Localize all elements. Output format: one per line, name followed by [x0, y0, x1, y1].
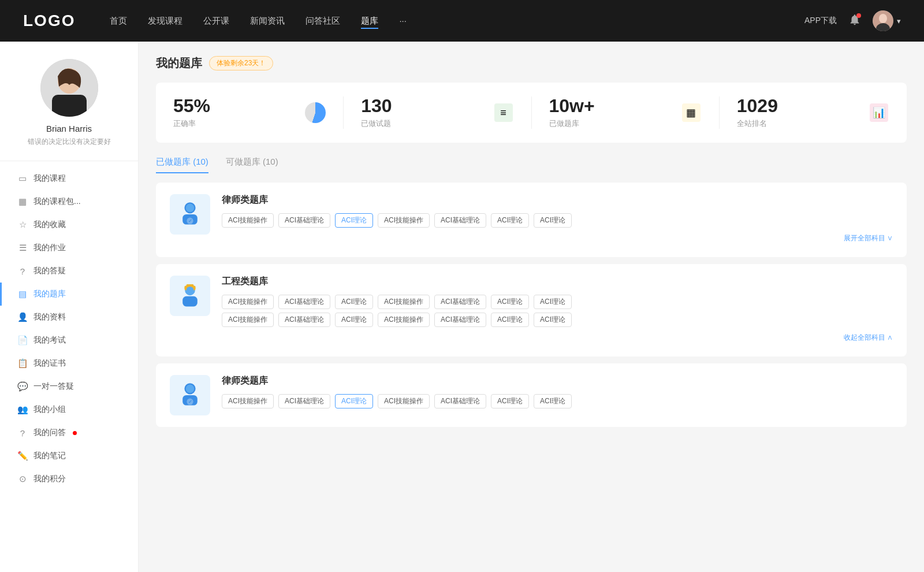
nav-qa[interactable]: 问答社区	[305, 13, 340, 29]
qbank-engineer-tags-row1: ACI技能操作 ACI基础理论 ACI理论 ACI技能操作 ACI基础理论 AC…	[222, 295, 893, 309]
eng-tag-11[interactable]: ACI技能操作	[378, 313, 430, 327]
eng-tag-6[interactable]: ACI理论	[491, 295, 529, 309]
sidebar-item-course-package[interactable]: ▦ 我的课程包...	[0, 190, 138, 213]
stat-done-questions-label: 已做试题	[361, 118, 485, 129]
tag-2[interactable]: ACI基础理论	[278, 213, 330, 228]
stat-done-questions: 130 已做试题 ≡	[344, 96, 531, 129]
nav-qbank[interactable]: 题库	[361, 13, 378, 29]
sidebar-item-profile[interactable]: 👤 我的资料	[0, 306, 138, 329]
expand-btn-lawyer-1[interactable]: 展开全部科目 ∨	[222, 231, 893, 246]
favorites-icon: ☆	[17, 220, 28, 230]
user-avatar-menu[interactable]: ▾	[873, 10, 901, 31]
nav-news[interactable]: 新闻资讯	[250, 13, 285, 29]
stats-row: 55% 正确率 130 已做试题 ≡ 10w+ 已做题库	[156, 83, 907, 143]
sidebar-item-certificate-label: 我的证书	[33, 358, 66, 369]
sidebar-item-qbank-label: 我的题库	[33, 289, 66, 299]
tab-done-banks[interactable]: 已做题库 (10)	[156, 157, 208, 173]
sidebar-menu: ▭ 我的课程 ▦ 我的课程包... ☆ 我的收藏 ☰ 我的作业 ? 我的答疑 ▤…	[0, 167, 138, 491]
nav-open-course[interactable]: 公开课	[203, 13, 229, 29]
svg-text:✓: ✓	[188, 399, 192, 404]
points-icon: ⊙	[17, 474, 28, 484]
tab-available-banks[interactable]: 可做题库 (10)	[226, 157, 278, 173]
list-icon: ≡	[494, 103, 513, 122]
sidebar-item-course[interactable]: ▭ 我的课程	[0, 167, 138, 190]
law2-tag-4[interactable]: ACI技能操作	[378, 394, 430, 408]
exam-icon: 📄	[17, 335, 28, 346]
sidebar-item-certificate[interactable]: 📋 我的证书	[0, 352, 138, 375]
group-icon: 👥	[17, 404, 28, 415]
law2-tag-3[interactable]: ACI理论	[335, 394, 373, 408]
stat-done-banks-value: 10w+	[549, 96, 673, 115]
sidebar-item-exam[interactable]: 📄 我的考试	[0, 329, 138, 352]
qbank-icon: ▤	[17, 289, 28, 299]
engineer-person-icon	[176, 282, 204, 310]
qbank-lawyer-1-body: 律师类题库 ACI技能操作 ACI基础理论 ACI理论 ACI技能操作 ACI基…	[222, 194, 893, 246]
tag-3[interactable]: ACI理论	[335, 213, 373, 228]
qbank-engineer-tags-row2: ACI技能操作 ACI基础理论 ACI理论 ACI技能操作 ACI基础理论 AC…	[222, 313, 893, 327]
eng-tag-1[interactable]: ACI技能操作	[222, 295, 274, 309]
sidebar: Brian Harris 错误的决定比没有决定要好 ▭ 我的课程 ▦ 我的课程包…	[0, 42, 139, 572]
sidebar-item-homework[interactable]: ☰ 我的作业	[0, 236, 138, 259]
profile-avatar	[40, 59, 98, 117]
notes-icon: ✏️	[17, 451, 28, 461]
sidebar-item-one-on-one-label: 一对一答疑	[33, 381, 74, 392]
page-title-row: 我的题库 体验剩余23天！	[156, 55, 907, 71]
layout: Brian Harris 错误的决定比没有决定要好 ▭ 我的课程 ▦ 我的课程包…	[0, 42, 924, 572]
eng-tag-9[interactable]: ACI基础理论	[278, 313, 330, 327]
qbank-lawyer-2-title: 律师类题库	[222, 375, 893, 387]
law2-tag-2[interactable]: ACI基础理论	[278, 394, 330, 408]
logo[interactable]: LOGO	[23, 12, 75, 30]
sidebar-item-qa[interactable]: ? 我的答疑	[0, 259, 138, 283]
eng-tag-14[interactable]: ACI理论	[534, 313, 572, 327]
eng-tag-5[interactable]: ACI基础理论	[434, 295, 486, 309]
law2-tag-6[interactable]: ACI理论	[491, 394, 529, 408]
app-download-link[interactable]: APP下载	[804, 16, 837, 26]
notification-dot	[856, 13, 861, 18]
tag-6[interactable]: ACI理论	[491, 213, 529, 228]
tag-4[interactable]: ACI技能操作	[378, 213, 430, 228]
law2-tag-1[interactable]: ACI技能操作	[222, 394, 274, 408]
law2-tag-7[interactable]: ACI理论	[534, 394, 572, 408]
law2-tag-5[interactable]: ACI基础理论	[434, 394, 486, 408]
nav-more[interactable]: ···	[399, 13, 407, 29]
svg-point-9	[186, 204, 194, 212]
eng-tag-3[interactable]: ACI理论	[335, 295, 373, 309]
done-questions-icon: ≡	[493, 102, 514, 123]
navbar-right: APP下载 ▾	[804, 10, 901, 31]
sidebar-item-qbank[interactable]: ▤ 我的题库	[0, 283, 138, 306]
sidebar-item-group-label: 我的小组	[33, 404, 66, 415]
sidebar-item-group[interactable]: 👥 我的小组	[0, 398, 138, 421]
tag-5[interactable]: ACI基础理论	[434, 213, 486, 228]
eng-tag-13[interactable]: ACI理论	[491, 313, 529, 327]
sidebar-item-notes[interactable]: ✏️ 我的笔记	[0, 444, 138, 467]
eng-tag-8[interactable]: ACI技能操作	[222, 313, 274, 327]
nav-discover[interactable]: 发现课程	[148, 13, 182, 29]
tag-1[interactable]: ACI技能操作	[222, 213, 274, 228]
sidebar-item-notes-label: 我的笔记	[33, 451, 66, 461]
eng-tag-7[interactable]: ACI理论	[534, 295, 572, 309]
eng-tag-10[interactable]: ACI理论	[335, 313, 373, 327]
page-title: 我的题库	[156, 55, 202, 71]
qbank-lawyer-1-title: 律师类题库	[222, 194, 893, 206]
sidebar-item-course-label: 我的课程	[33, 173, 66, 184]
stat-done-questions-value: 130	[361, 96, 485, 115]
sidebar-item-points[interactable]: ⊙ 我的积分	[0, 467, 138, 491]
notification-bell[interactable]	[848, 13, 861, 28]
tag-7[interactable]: ACI理论	[534, 213, 572, 228]
sidebar-item-questions[interactable]: ? 我的问答	[0, 421, 138, 444]
eng-tag-12[interactable]: ACI基础理论	[434, 313, 486, 327]
qbank-lawyer-1-tags: ACI技能操作 ACI基础理论 ACI理论 ACI技能操作 ACI基础理论 AC…	[222, 213, 893, 228]
questions-red-dot	[73, 431, 77, 435]
main-content: 我的题库 体验剩余23天！ 55% 正确率 130 已做试题 ≡	[139, 42, 924, 572]
qbank-engineer-icon-wrap	[170, 276, 210, 316]
profile-name: Brian Harris	[46, 124, 92, 133]
svg-point-1	[879, 14, 887, 23]
nav-home[interactable]: 首页	[110, 13, 127, 29]
course-package-icon: ▦	[17, 196, 28, 207]
sidebar-item-favorites[interactable]: ☆ 我的收藏	[0, 213, 138, 236]
collapse-btn-engineer[interactable]: 收起全部科目 ∧	[222, 330, 893, 345]
questions-icon: ?	[17, 428, 28, 438]
sidebar-item-one-on-one[interactable]: 💬 一对一答疑	[0, 375, 138, 398]
eng-tag-4[interactable]: ACI技能操作	[378, 295, 430, 309]
eng-tag-2[interactable]: ACI基础理论	[278, 295, 330, 309]
